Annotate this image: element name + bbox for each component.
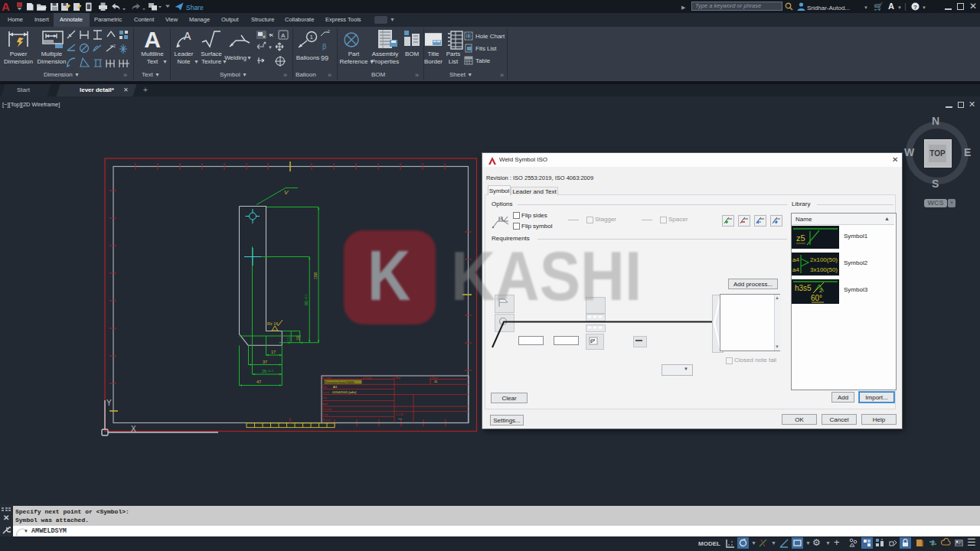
svg-text:1: 1 [310, 34, 314, 41]
svg-text:60°: 60° [811, 294, 822, 302]
svg-text:Pressure lever/100%: Pressure lever/100% [325, 380, 354, 384]
svg-text:11: 11 [434, 380, 438, 383]
svg-text:02/04/2005 [sdhr]: 02/04/2005 [sdhr] [332, 390, 356, 394]
svg-text:10: 10 [296, 336, 300, 341]
svg-text:95: 95 [304, 301, 309, 305]
svg-text:Dwn: Dwn [322, 396, 327, 399]
svg-text:47: 47 [256, 380, 261, 384]
svg-text:A3: A3 [333, 385, 338, 389]
svg-text:11: 11 [286, 337, 291, 341]
svg-text:A: A [281, 32, 286, 39]
svg-text:—: — [398, 416, 402, 421]
svg-text:158: 158 [313, 272, 318, 279]
svg-text:Issued: Issued [322, 391, 329, 394]
svg-text:Material: Material [322, 419, 331, 422]
svg-text:Rz 16: Rz 16 [267, 321, 278, 326]
svg-text:2: 2 [113, 44, 116, 48]
svg-text:?: ? [913, 4, 917, 11]
svg-text:2: 2 [328, 29, 330, 34]
svg-text:Check: Check [365, 377, 372, 380]
svg-text:99: 99 [321, 54, 328, 62]
svg-text:X: X [131, 425, 136, 433]
svg-text:Sheet: Sheet [432, 377, 438, 380]
svg-text:Scale: Scale [322, 413, 328, 416]
svg-text:h3s5: h3s5 [795, 284, 812, 292]
svg-text:17: 17 [271, 350, 276, 354]
svg-text:Pr. name: Pr. name [322, 377, 332, 380]
svg-text:+0.1: +0.1 [304, 293, 308, 300]
svg-text:A: A [184, 31, 191, 42]
svg-text:Appr: Appr [396, 377, 400, 380]
svg-text:26: 26 [262, 369, 266, 373]
svg-text:z5: z5 [796, 233, 805, 243]
svg-text:Size: Size [322, 386, 327, 389]
svg-text:V: V [284, 189, 289, 196]
svg-text:β: β [322, 43, 326, 51]
svg-text:Appd: Appd [322, 403, 328, 406]
svg-text:Y: Y [106, 399, 112, 407]
svg-text:+0.1: +0.1 [267, 369, 274, 373]
svg-text:2: 2 [819, 287, 823, 294]
svg-text:3x100(50): 3x100(50) [810, 266, 838, 273]
svg-text:a4: a4 [792, 256, 799, 263]
svg-text:A: A [2, 0, 10, 13]
svg-text:37: 37 [263, 360, 267, 364]
svg-text:a4: a4 [792, 266, 799, 273]
svg-text:2x100(50): 2x100(50) [810, 256, 838, 263]
svg-text:Checked: Checked [322, 408, 332, 411]
